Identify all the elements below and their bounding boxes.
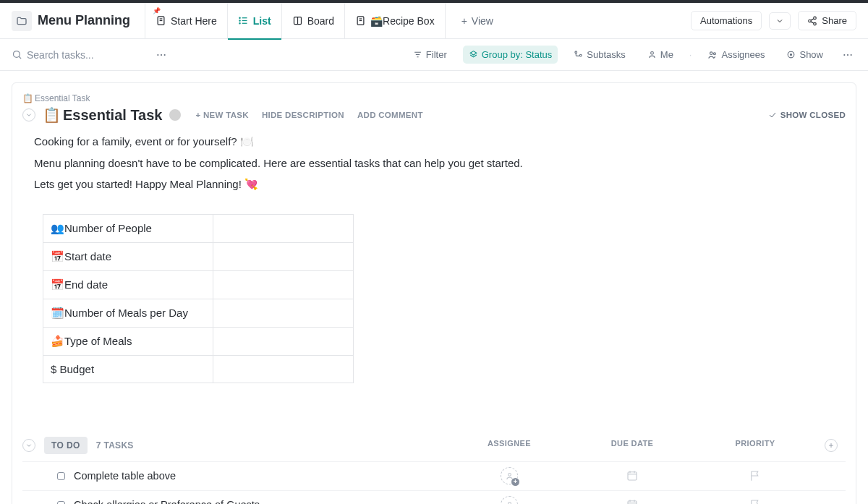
due-date-button[interactable] (626, 498, 639, 504)
filter-icon (413, 50, 422, 59)
svg-line-18 (811, 21, 814, 22)
info-value[interactable] (213, 214, 354, 242)
folder-icon[interactable] (12, 11, 32, 31)
info-value[interactable] (213, 355, 354, 383)
show-icon (786, 50, 796, 59)
tab-list[interactable]: List (228, 3, 282, 39)
priority-indicator[interactable] (169, 109, 181, 121)
svg-rect-46 (628, 501, 637, 504)
info-label: 🗓️Number of Meals per Day (43, 299, 213, 327)
list-description: Cooking for a family, event or for yours… (34, 132, 846, 194)
subtasks-button[interactable]: Subtasks (568, 46, 631, 64)
tab-start-here[interactable]: 📌 Start Here (145, 3, 228, 39)
info-value[interactable] (213, 299, 354, 327)
add-view-button[interactable]: + View (451, 15, 503, 27)
info-label: $ Budget (43, 355, 213, 383)
search-icon (12, 49, 22, 60)
info-label: 🍰Type of Meals (43, 327, 213, 355)
share-icon (807, 16, 817, 26)
dots-icon (842, 49, 854, 61)
svg-point-32 (714, 52, 716, 54)
info-value[interactable] (213, 270, 354, 299)
tab-recipe-box[interactable]: 🗃️Recipe Box (345, 3, 446, 39)
assignee-button[interactable]: + (501, 496, 518, 504)
svg-point-14 (814, 17, 817, 20)
svg-point-35 (843, 54, 845, 55)
assignee-button[interactable]: + (501, 467, 518, 484)
show-closed-button[interactable]: SHOW CLOSED (768, 111, 846, 119)
filter-button[interactable]: Filter (407, 46, 453, 64)
column-priority[interactable]: PRIORITY (694, 439, 817, 452)
info-table: 👥Number of People📅Start date📅End date🗓️N… (43, 214, 354, 383)
people-icon (707, 50, 718, 60)
tab-label: List (253, 15, 271, 27)
info-label: 👥Number of People (43, 214, 213, 242)
priority-button[interactable] (749, 469, 762, 482)
tab-label: Board (307, 15, 334, 27)
svg-point-8 (239, 23, 240, 24)
share-label: Share (822, 15, 847, 26)
automations-dropdown[interactable] (769, 12, 791, 30)
info-label: 📅End date (43, 270, 213, 299)
collapse-list-button[interactable] (22, 108, 35, 121)
svg-marker-27 (470, 51, 477, 55)
list-icon (238, 15, 249, 26)
hide-description-button[interactable]: HIDE DESCRIPTION (262, 111, 344, 119)
search-input[interactable] (27, 49, 142, 61)
task-row[interactable]: Check allergies or Preference of Guests+ (22, 490, 846, 505)
check-icon (768, 111, 777, 119)
me-button[interactable]: Me (642, 46, 679, 64)
status-checkbox[interactable] (57, 501, 65, 505)
add-column-button[interactable] (825, 439, 838, 452)
search-box[interactable] (12, 49, 142, 61)
column-assignee[interactable]: ASSIGNEE (448, 439, 571, 452)
svg-point-36 (847, 54, 848, 55)
svg-point-40 (508, 473, 511, 476)
toolbar-more-button[interactable] (839, 46, 856, 64)
task-row[interactable]: Complete table above+ (22, 461, 846, 490)
svg-rect-41 (628, 472, 637, 480)
svg-point-23 (164, 54, 166, 55)
svg-line-17 (811, 18, 814, 20)
task-name: Complete table above (74, 470, 176, 482)
info-value[interactable] (213, 242, 354, 270)
new-task-button[interactable]: + NEW TASK (195, 111, 248, 119)
svg-point-6 (239, 17, 240, 18)
group-status-pill[interactable]: TO DO (44, 437, 88, 454)
tab-board[interactable]: Board (282, 3, 345, 39)
info-row: 🗓️Number of Meals per Day (43, 299, 354, 327)
assignees-button[interactable]: Assignees (702, 46, 770, 64)
tab-label: 🗃️Recipe Box (370, 15, 435, 27)
column-due-date[interactable]: DUE DATE (571, 439, 694, 452)
more-options-button[interactable] (153, 46, 170, 64)
info-value[interactable] (213, 327, 354, 355)
list-title: 📋Essential Task (43, 106, 162, 124)
svg-point-15 (809, 20, 812, 22)
svg-point-29 (580, 54, 582, 56)
info-row: 🍰Type of Meals (43, 327, 354, 355)
tab-label: Start Here (171, 15, 217, 27)
collapse-group-button[interactable] (22, 439, 35, 452)
info-row: 📅Start date (43, 242, 354, 270)
due-date-button[interactable] (626, 469, 639, 482)
show-button[interactable]: Show (780, 46, 829, 64)
add-comment-button[interactable]: ADD COMMENT (357, 111, 423, 119)
share-button[interactable]: Share (798, 11, 856, 30)
subtasks-icon (574, 50, 583, 59)
chevron-down-icon (25, 442, 33, 449)
group-icon (469, 50, 478, 59)
priority-button[interactable] (749, 498, 762, 504)
plus-icon (827, 442, 835, 449)
doc-icon (355, 15, 366, 26)
group-by-button[interactable]: Group by: Status (463, 46, 558, 64)
dots-icon (156, 49, 167, 61)
task-name: Check allergies or Preference of Guests (74, 499, 260, 504)
automations-button[interactable]: Automations (691, 11, 762, 30)
status-checkbox[interactable] (57, 472, 65, 480)
svg-point-16 (814, 22, 817, 25)
svg-point-22 (161, 54, 162, 55)
chevron-down-icon (775, 17, 784, 25)
info-row: 👥Number of People (43, 214, 354, 242)
add-view-label: View (472, 15, 493, 27)
svg-point-7 (239, 20, 240, 21)
